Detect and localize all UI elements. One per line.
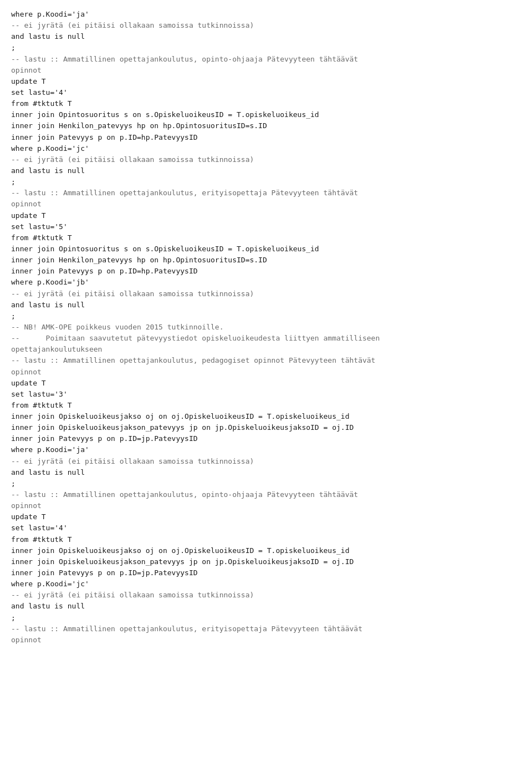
code-line: set lastu='5' <box>11 221 521 232</box>
code-line: -- lastu :: Ammatillinen opettajankoulut… <box>11 623 521 635</box>
code-line: from #tktutk T <box>11 232 521 243</box>
code-line: inner join Opiskeluoikeusjakson_patevyys… <box>11 556 521 567</box>
code-line: -- lastu :: Ammatillinen opettajankoulut… <box>11 489 521 500</box>
code-line: ; <box>11 176 521 187</box>
code-line: opettajankoulutukseen <box>11 344 521 355</box>
code-line: -- lastu :: Ammatillinen opettajankoulut… <box>11 355 521 366</box>
code-line: ; <box>11 612 521 623</box>
code-line: ; <box>11 42 521 53</box>
code-line: from #tktutk T <box>11 98 521 109</box>
code-line: inner join Henkilon_patevyys hp on hp.Op… <box>11 120 521 131</box>
code-line: from #tktutk T <box>11 534 521 545</box>
code-line: inner join Patevyys p on p.ID=jp.Patevyy… <box>11 567 521 579</box>
code-line: and lastu is null <box>11 165 521 176</box>
code-line: where p.Koodi='ja' <box>11 444 521 455</box>
code-line: inner join Opiskeluoikeusjakson_patevyys… <box>11 422 521 433</box>
code-line: -- ei jyrätä (ei pitäisi ollakaan samois… <box>11 456 521 467</box>
code-line: -- ei jyrätä (ei pitäisi ollakaan samois… <box>11 288 521 300</box>
code-line: where p.Koodi='jb' <box>11 277 521 288</box>
code-line: -- lastu :: Ammatillinen opettajankoulut… <box>11 187 521 199</box>
code-line: update T <box>11 210 521 221</box>
code-line: inner join Opintosuoritus s on s.Opiskel… <box>11 243 521 255</box>
code-line: -- ei jyrätä (ei pitäisi ollakaan samois… <box>11 20 521 31</box>
code-line: inner join Opintosuoritus s on s.Opiskel… <box>11 109 521 120</box>
code-line: opinnot <box>11 635 521 646</box>
code-line: -- ei jyrätä (ei pitäisi ollakaan samois… <box>11 154 521 165</box>
code-line: and lastu is null <box>11 31 521 42</box>
code-line: where p.Koodi='jc' <box>11 579 521 590</box>
code-line: -- NB! AMK-OPE poikkeus vuoden 2015 tutk… <box>11 322 521 333</box>
code-line: inner join Opiskeluoikeusjakso oj on oj.… <box>11 411 521 422</box>
code-line: where p.Koodi='ja' <box>11 9 521 20</box>
code-line: set lastu='4' <box>11 522 521 534</box>
code-line: update T <box>11 76 521 87</box>
code-line: inner join Henkilon_patevyys hp on hp.Op… <box>11 255 521 266</box>
code-line: from #tktutk T <box>11 400 521 411</box>
code-line: and lastu is null <box>11 467 521 478</box>
code-line: -- ei jyrätä (ei pitäisi ollakaan samois… <box>11 590 521 601</box>
code-line: set lastu='4' <box>11 87 521 98</box>
code-line: set lastu='3' <box>11 389 521 400</box>
code-line: update T <box>11 378 521 389</box>
code-line: -- Poimitaan saavutetut pätevyystiedot o… <box>11 333 521 344</box>
code-block: where p.Koodi='ja'-- ei jyrätä (ei pitäi… <box>11 9 521 646</box>
code-line: update T <box>11 511 521 522</box>
code-line: inner join Patevyys p on p.ID=hp.Patevyy… <box>11 266 521 277</box>
code-container: where p.Koodi='ja'-- ei jyrätä (ei pitäi… <box>0 0 532 761</box>
code-line: inner join Opiskeluoikeusjakso oj on oj.… <box>11 545 521 556</box>
code-line: opinnot <box>11 500 521 511</box>
code-line: opinnot <box>11 199 521 210</box>
code-line: -- lastu :: Ammatillinen opettajankoulut… <box>11 54 521 65</box>
code-line: opinnot <box>11 65 521 76</box>
code-line: where p.Koodi='jc' <box>11 143 521 154</box>
code-line: ; <box>11 478 521 489</box>
code-line: and lastu is null <box>11 601 521 612</box>
code-line: ; <box>11 311 521 322</box>
code-line: inner join Patevyys p on p.ID=hp.Patevyy… <box>11 132 521 143</box>
code-line: and lastu is null <box>11 300 521 311</box>
code-line: inner join Patevyys p on p.ID=jp.Patevyy… <box>11 433 521 444</box>
code-line: opinnot <box>11 367 521 378</box>
